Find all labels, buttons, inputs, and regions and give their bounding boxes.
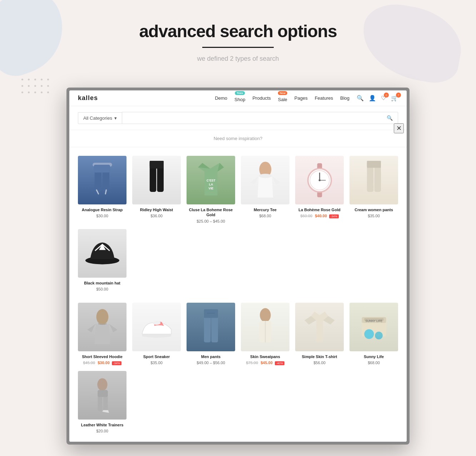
inspiration-text: Need some inspiration? [69, 130, 407, 147]
product-card-5[interactable]: La Bohème Rose Gold $60.00 $40.00 -34% [292, 153, 347, 226]
svg-text:LA: LA [209, 182, 213, 186]
svg-point-21 [318, 179, 320, 181]
product-image-9 [132, 303, 181, 351]
product-card-11[interactable]: Skin Sweatpans $75.00 $45.00 -40% [238, 300, 292, 368]
svg-line-5 [105, 190, 106, 194]
product-image-6 [349, 156, 398, 204]
product-image-10 [187, 303, 235, 351]
nav-item-shop[interactable]: Tees Shop [234, 94, 245, 102]
close-button[interactable]: ✕ [394, 123, 404, 133]
header-section: advanced search options we defined 2 typ… [0, 0, 476, 88]
product-price-7: $50.00 [78, 287, 127, 291]
product-card-12[interactable]: Simple Skin T-shirt $56.00 [292, 300, 347, 368]
nav-item-blog[interactable]: Blog [340, 95, 349, 101]
original-price-11: $75.00 [246, 361, 258, 365]
nav-item-features[interactable]: Features [315, 95, 333, 101]
svg-rect-25 [367, 161, 381, 168]
svg-point-29 [153, 321, 160, 325]
browser-inner: kalles Demo Tees Shop Products New Sale … [69, 90, 407, 442]
product-image-8 [78, 303, 127, 351]
page-subtitle: we defined 2 types of search [7, 55, 469, 63]
search-icon[interactable]: 🔍 [357, 95, 364, 101]
product-name-2: Ridley High Waist [132, 207, 181, 212]
product-image-2 [132, 156, 181, 204]
page-title: advanced search options [7, 21, 469, 41]
product-name-13: Sunny Life [349, 354, 398, 359]
nav-item-pages[interactable]: Pages [294, 95, 308, 101]
product-image-11 [241, 303, 289, 351]
product-price-11: $75.00 $45.00 -40% [241, 361, 289, 365]
product-price-12: $56.00 [295, 361, 344, 365]
svg-point-14 [259, 174, 272, 178]
products-grid-row2: Short Sleeved Hoodie $45.00 $30.00 -34% [69, 300, 407, 442]
product-card-4[interactable]: Mercury Tee $68.00 [238, 153, 292, 226]
product-card-6[interactable]: Cream women pants $35.00 [347, 153, 401, 226]
product-name-11: Skin Sweatpans [241, 354, 289, 359]
product-card-7[interactable]: Black mountain hat $50.00 [75, 226, 129, 294]
nav-item-demo[interactable]: Demo [215, 95, 227, 101]
svg-point-44 [97, 378, 107, 391]
product-price-9: $35.00 [132, 361, 181, 365]
product-price-4: $68.00 [241, 214, 289, 218]
svg-rect-47 [98, 390, 108, 397]
product-price-10: $49.00 – $56.00 [187, 361, 235, 365]
sale-price-8: $30.00 [98, 361, 110, 365]
product-name-9: Sport Sneaker [132, 354, 181, 359]
svg-rect-3 [94, 164, 110, 172]
category-label: All Categories [83, 115, 112, 121]
svg-text:C'EST: C'EST [207, 179, 215, 182]
svg-text:VIE: VIE [208, 186, 213, 190]
product-name-10: Men pants [187, 354, 235, 359]
product-price-6: $35.00 [349, 214, 398, 218]
svg-point-40 [364, 329, 374, 339]
product-card-10[interactable]: Men pants $49.00 – $56.00 [184, 300, 238, 368]
product-card-1[interactable]: Analogue Resin Strap $30.00 [75, 153, 129, 226]
nav-links: Demo Tees Shop Products New Sale Pages F… [215, 94, 349, 102]
product-card-8[interactable]: Short Sleeved Hoodie $45.00 $30.00 -34% [75, 300, 129, 368]
product-name-6: Cream women pants [349, 207, 398, 212]
sale-price-11: $45.00 [261, 361, 273, 365]
product-price-8: $45.00 $30.00 -34% [78, 361, 127, 365]
wishlist-count: 0 [384, 93, 389, 98]
nav-item-products[interactable]: Products [252, 95, 271, 101]
search-bar-container: All Categories ▾ 🔍 [69, 106, 407, 130]
search-submit-icon[interactable]: 🔍 [387, 115, 393, 121]
cart-icon[interactable]: 🛒 7 [391, 95, 398, 101]
svg-rect-9 [149, 161, 163, 169]
navbar: kalles Demo Tees Shop Products New Sale … [69, 90, 407, 106]
product-name-14: Leather White Trainers [78, 422, 127, 427]
user-icon[interactable]: 👤 [369, 95, 376, 101]
product-price-13: $68.00 [349, 361, 398, 365]
cart-count: 7 [396, 93, 401, 98]
nav-icons: 🔍 👤 ♡ 0 🛒 7 [357, 95, 398, 101]
product-price-1: $30.00 [78, 214, 127, 218]
product-card-9[interactable]: Sport Sneaker $35.00 [129, 300, 184, 368]
category-select[interactable]: All Categories ▾ [78, 112, 122, 124]
product-name-12: Simple Skin T-shirt [295, 354, 344, 359]
product-image-1 [78, 156, 127, 204]
product-name-3: Cluse La Boheme Rose Gold [187, 207, 235, 218]
search-input-wrapper: 🔍 [122, 112, 398, 124]
nav-item-sale[interactable]: New Sale [278, 94, 287, 102]
product-image-3: C'EST LA VIE [187, 156, 235, 204]
sale-badge: New [278, 91, 287, 95]
product-card-3[interactable]: C'EST LA VIE Cluse La Boheme Rose Gold $… [184, 153, 238, 226]
product-name-1: Analogue Resin Strap [78, 207, 127, 212]
product-image-7 [78, 229, 127, 278]
discount-badge-5: -34% [329, 214, 339, 218]
svg-point-35 [260, 308, 271, 322]
product-price-3: $25.00 – $45.00 [187, 219, 235, 223]
product-card-2[interactable]: Ridley High Waist $36.00 [129, 153, 184, 226]
wishlist-icon[interactable]: ♡ 0 [381, 95, 386, 101]
search-input[interactable] [127, 115, 387, 121]
product-card-13[interactable]: SUNNY LIFE Sunny Life $68.00 [347, 300, 401, 368]
product-name-7: Black mountain hat [78, 281, 127, 286]
logo[interactable]: kalles [78, 94, 98, 102]
product-image-12 [295, 303, 344, 351]
product-price-5: $60.00 $40.00 -34% [295, 214, 344, 218]
original-price-8: $45.00 [83, 361, 95, 365]
product-name-5: La Bohème Rose Gold [295, 207, 344, 212]
svg-point-28 [96, 309, 108, 325]
chevron-down-icon: ▾ [114, 115, 117, 121]
product-card-14[interactable]: Leather White Trainers $20.00 [75, 368, 129, 436]
